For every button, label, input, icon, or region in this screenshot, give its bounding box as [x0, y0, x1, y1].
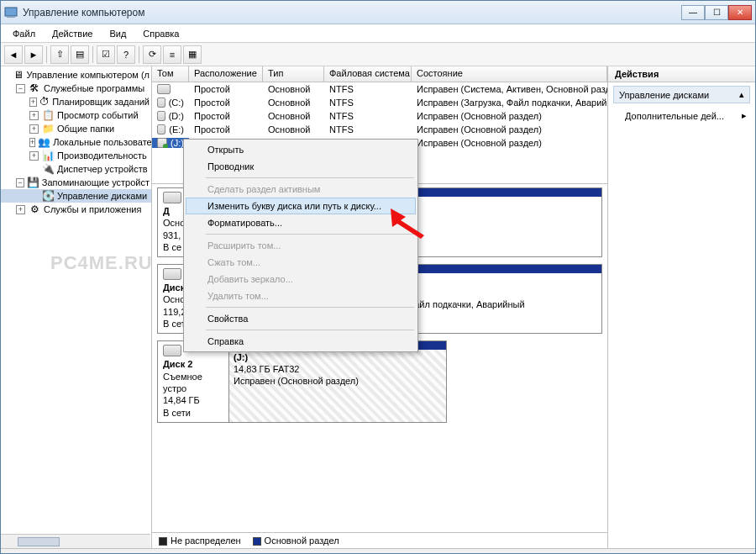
- actions-header: Действия: [608, 66, 755, 82]
- disk-info: Диск 2 Съемное устро 14,84 ГБ В сети: [157, 340, 228, 422]
- actions-more-label: Дополнительные дей...: [625, 111, 724, 121]
- refresh-button[interactable]: ⟳: [143, 45, 161, 64]
- tree-root[interactable]: 🖥Управление компьютером (л: [1, 68, 151, 82]
- volume-state: Исправен (Основной раздел): [412, 138, 607, 148]
- context-menu[interactable]: Открыть Проводник Сделать раздел активны…: [183, 139, 418, 352]
- tree-label: Службы и приложения: [44, 204, 141, 214]
- tree-device-manager[interactable]: 🔌Диспетчер устройств: [1, 162, 151, 176]
- help-button[interactable]: ?: [117, 45, 135, 64]
- volume-layout: Простой: [189, 124, 263, 135]
- menubar: Файл Действие Вид Справка: [1, 24, 755, 43]
- ctx-format[interactable]: Форматировать...: [186, 214, 416, 231]
- col-layout[interactable]: Расположение: [189, 66, 263, 82]
- expand-icon[interactable]: +: [29, 111, 39, 120]
- volume-layout: Простой: [189, 98, 263, 108]
- volume-type: Основной: [263, 84, 324, 94]
- maximize-button[interactable]: ☐: [705, 5, 728, 20]
- toolbar: ◄ ► ⇧ ▤ ☑ ? ⟳ ≡ ▦: [1, 43, 755, 66]
- chevron-up-icon: ▴: [739, 89, 744, 100]
- settings-button[interactable]: ▦: [183, 45, 202, 64]
- volume-row[interactable]: ПростойОсновнойNTFSИсправен (Система, Ак…: [152, 82, 607, 96]
- menu-file[interactable]: Файл: [6, 27, 42, 40]
- volume-layout: Простой: [189, 111, 263, 121]
- computer-icon: 🖥: [13, 69, 24, 81]
- expand-icon[interactable]: +: [29, 151, 39, 161]
- col-type[interactable]: Тип: [263, 66, 324, 82]
- tools-icon: 🛠: [28, 82, 41, 94]
- forward-button[interactable]: ►: [24, 45, 43, 64]
- partition-selected[interactable]: (J:) 14,83 ГБ FAT32 Исправен (Основной р…: [229, 341, 446, 421]
- ctx-make-active: Сделать раздел активным: [186, 181, 416, 198]
- col-filesystem[interactable]: Файловая система: [324, 66, 412, 82]
- volume-row[interactable]: (C:)ПростойОсновнойNTFSИсправен (Загрузк…: [152, 96, 607, 109]
- disk-status: В сети: [163, 407, 223, 419]
- volume-fs: NTFS: [324, 98, 412, 108]
- expand-icon[interactable]: +: [29, 124, 39, 134]
- collapse-icon[interactable]: −: [16, 84, 25, 93]
- storage-icon: 💾: [27, 177, 39, 188]
- ctx-change-drive-letter[interactable]: Изменить букву диска или путь к диску...: [186, 198, 416, 214]
- actions-section-disk-mgmt[interactable]: Управление дисками ▴: [613, 86, 750, 103]
- volume-fs: NTFS: [324, 124, 412, 135]
- back-button[interactable]: ◄: [4, 45, 23, 64]
- volume-fs: NTFS: [324, 84, 412, 94]
- volume-type: Основной: [263, 124, 324, 135]
- perf-icon: 📊: [41, 150, 55, 161]
- clock-icon: ⏱: [39, 96, 50, 108]
- tree-label: Служебные программы: [44, 83, 144, 93]
- volume-type: Основной: [263, 98, 324, 108]
- ctx-open[interactable]: Открыть: [186, 141, 416, 158]
- drive-icon: [157, 138, 167, 148]
- col-volume[interactable]: Том: [152, 66, 189, 82]
- partition-letter: (J:): [234, 352, 442, 364]
- disk-size: 14,84 ГБ: [163, 394, 223, 406]
- tree-event-viewer[interactable]: +📋Просмотр событий: [1, 108, 151, 122]
- partition-size: 14,83 ГБ FAT32: [234, 364, 442, 376]
- volume-letter: (D:): [152, 111, 189, 121]
- partition-state: Исправен (Основной раздел): [234, 376, 442, 388]
- tree-label: Производительность: [57, 150, 147, 161]
- disk-icon: 💽: [41, 190, 55, 202]
- close-button[interactable]: ✕: [728, 5, 752, 20]
- collapse-icon[interactable]: −: [16, 178, 24, 187]
- up-button[interactable]: ⇧: [50, 45, 69, 64]
- expand-icon[interactable]: +: [29, 98, 37, 107]
- legend-primary: Основной раздел: [253, 536, 339, 546]
- tree-local-users[interactable]: +👥Локальные пользовате: [1, 135, 151, 149]
- minimize-button[interactable]: —: [681, 5, 705, 20]
- menu-view[interactable]: Вид: [102, 27, 133, 40]
- drive-icon: [157, 84, 171, 94]
- tree-shared-folders[interactable]: +📁Общие папки: [1, 122, 151, 135]
- list-view-button[interactable]: ≡: [163, 45, 181, 64]
- disk-row-2[interactable]: Диск 2 Съемное устро 14,84 ГБ В сети (J:…: [157, 340, 602, 422]
- disk-icon: [163, 268, 181, 280]
- tree-performance[interactable]: +📊Производительность: [1, 149, 151, 162]
- expand-icon[interactable]: +: [29, 138, 35, 147]
- ctx-properties[interactable]: Свойства: [186, 310, 416, 327]
- properties-button[interactable]: ☑: [97, 45, 115, 64]
- volume-state: Исправен (Система, Активен, Основной раз…: [412, 84, 607, 94]
- tree-task-scheduler[interactable]: +⏱Планировщик заданий: [1, 95, 151, 108]
- statusbar: [1, 548, 755, 553]
- volume-row[interactable]: (D:)ПростойОсновнойNTFSИсправен (Основно…: [152, 109, 607, 123]
- ctx-help[interactable]: Справка: [186, 333, 416, 350]
- col-status[interactable]: Состояние: [412, 66, 607, 82]
- tree-services[interactable]: +⚙Службы и приложения: [1, 203, 151, 216]
- show-hide-tree-button[interactable]: ▤: [71, 45, 89, 64]
- console-tree[interactable]: 🖥Управление компьютером (л −🛠Служебные п…: [1, 66, 152, 548]
- tree-disk-management[interactable]: 💽Управление дисками: [1, 189, 151, 203]
- tree-system-tools[interactable]: −🛠Служебные программы: [1, 82, 151, 95]
- tree-label: Общие папки: [57, 124, 114, 134]
- expand-icon[interactable]: +: [16, 205, 25, 214]
- ctx-explorer[interactable]: Проводник: [186, 158, 416, 175]
- tree-storage[interactable]: −💾Запоминающие устройст: [1, 176, 151, 189]
- volume-layout: Простой: [189, 84, 263, 94]
- volume-fs: NTFS: [324, 111, 412, 121]
- chevron-right-icon: ▸: [742, 110, 747, 121]
- menu-help[interactable]: Справка: [136, 27, 186, 40]
- menu-action[interactable]: Действие: [45, 27, 99, 40]
- volume-row[interactable]: (E:)ПростойОсновнойNTFSИсправен (Основно…: [152, 123, 607, 136]
- actions-more[interactable]: Дополнительные дей... ▸: [623, 108, 748, 123]
- tree-scrollbar[interactable]: [1, 534, 150, 548]
- disk-partitions: (J:) 14,83 ГБ FAT32 Исправен (Основной р…: [228, 340, 447, 422]
